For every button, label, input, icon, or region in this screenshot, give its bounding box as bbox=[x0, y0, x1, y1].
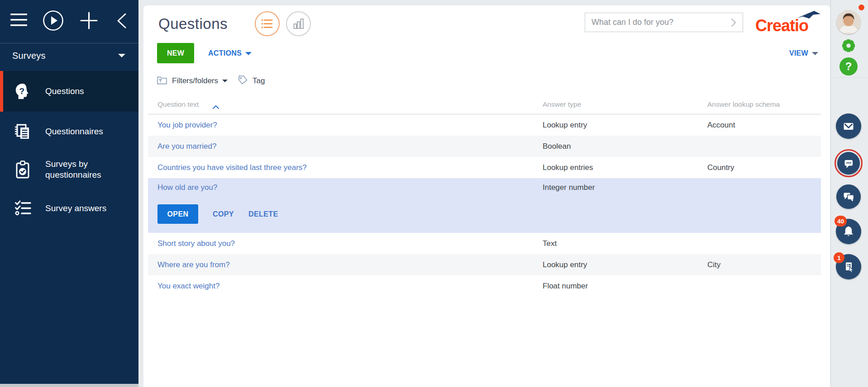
question-link[interactable]: Where are you from? bbox=[157, 254, 230, 275]
answer-type-cell: Lookup entry bbox=[543, 254, 587, 275]
question-link[interactable]: Short story about you? bbox=[157, 233, 235, 254]
collapse-sidebar-icon[interactable] bbox=[115, 13, 127, 31]
workspace-caret-down-icon[interactable] bbox=[118, 54, 125, 57]
notifications-badge: 40 bbox=[835, 216, 847, 227]
svg-text:?: ? bbox=[19, 86, 25, 96]
answer-type-cell: Text bbox=[543, 233, 557, 254]
open-button[interactable]: OPEN bbox=[157, 204, 198, 224]
question-link[interactable]: How old are you? bbox=[157, 182, 217, 193]
table-row-selected[interactable]: How old are you? Integer number OPEN COP… bbox=[148, 178, 821, 233]
sidebar-item-label: Surveys by questionnaires bbox=[45, 159, 129, 180]
documents-icon bbox=[13, 122, 33, 142]
workspace-selector-label[interactable]: Surveys bbox=[12, 51, 46, 61]
search-input[interactable] bbox=[585, 18, 725, 27]
delete-button[interactable]: DELETE bbox=[248, 210, 278, 218]
communication-panel: ? 40 bbox=[830, 0, 868, 387]
filter-bar: Filters/folders Tag bbox=[156, 74, 265, 88]
sidebar-item-questions[interactable]: ? Questions bbox=[0, 71, 138, 112]
clipboard-check-icon bbox=[13, 160, 33, 179]
run-process-icon[interactable] bbox=[43, 10, 64, 33]
table-row[interactable]: Are you married? Boolean bbox=[148, 136, 821, 157]
filters-folders-button[interactable]: Filters/folders bbox=[172, 76, 218, 85]
question-head-icon: ? bbox=[13, 81, 33, 101]
sidebar-item-questionnaires[interactable]: Questionnaires bbox=[0, 112, 138, 151]
table-row[interactable]: Short story about you? Text bbox=[148, 233, 821, 254]
table-row[interactable]: You exact weight? Float number bbox=[148, 275, 821, 297]
hamburger-menu-icon[interactable] bbox=[10, 14, 29, 29]
email-icon[interactable] bbox=[836, 113, 861, 139]
filters-folders-icon[interactable] bbox=[156, 74, 168, 88]
column-header-question-text[interactable]: Question text bbox=[157, 100, 199, 109]
column-header-answer-type[interactable]: Answer type bbox=[543, 100, 581, 109]
chat-active-ring[interactable] bbox=[835, 149, 863, 177]
filters-caret-down-icon[interactable] bbox=[222, 80, 228, 82]
column-header-answer-lookup-schema[interactable]: Answer lookup schema bbox=[707, 100, 780, 109]
copy-button[interactable]: COPY bbox=[213, 210, 234, 218]
actions-caret-down-icon bbox=[245, 52, 252, 55]
system-designer-gear-icon[interactable] bbox=[839, 36, 858, 56]
tag-button[interactable]: Tag bbox=[253, 76, 265, 85]
online-status-dot bbox=[858, 5, 864, 10]
checklist-icon bbox=[13, 198, 33, 218]
actions-button[interactable]: ACTIONS bbox=[208, 48, 252, 58]
table-row[interactable]: Countries you have visited last three ye… bbox=[148, 157, 821, 178]
page-title: Questions bbox=[158, 15, 228, 33]
help-icon[interactable]: ? bbox=[839, 57, 858, 76]
question-link[interactable]: Countries you have visited last three ye… bbox=[157, 157, 307, 178]
main-content-card: Questions bbox=[143, 5, 830, 387]
creatio-logo: Creatio bbox=[755, 12, 821, 35]
horizontal-scrollbar[interactable] bbox=[0, 384, 138, 387]
messenger-icon[interactable] bbox=[836, 184, 861, 209]
creatio-app: Surveys ? Questions Questionnai bbox=[0, 0, 868, 387]
sidebar-item-label: Questions bbox=[45, 86, 129, 97]
command-line bbox=[585, 13, 743, 32]
question-link[interactable]: You job provider? bbox=[157, 114, 217, 136]
lookup-schema-cell: Account bbox=[707, 114, 735, 136]
sidebar-item-surveys-by-questionnaires[interactable]: Surveys by questionnaires bbox=[0, 150, 138, 189]
view-caret-down-icon bbox=[812, 52, 818, 55]
sidebar-item-label: Survey answers bbox=[45, 203, 129, 214]
sidebar-divider bbox=[0, 43, 138, 43]
lookup-schema-cell: City bbox=[707, 254, 720, 275]
list-view-button[interactable] bbox=[255, 11, 280, 36]
answer-type-cell: Float number bbox=[543, 275, 588, 297]
answer-type-cell: Integer number bbox=[543, 182, 595, 193]
sidebar-item-label: Questionnaires bbox=[45, 126, 129, 137]
answer-type-cell: Boolean bbox=[543, 136, 571, 157]
analytics-view-button[interactable] bbox=[286, 11, 311, 36]
left-sidebar: Surveys ? Questions Questionnai bbox=[0, 0, 138, 387]
chat-icon[interactable] bbox=[837, 152, 860, 175]
search-submit-icon[interactable] bbox=[725, 13, 743, 32]
process-tasks-badge: 1 bbox=[834, 252, 844, 263]
row-actions: OPEN COPY DELETE bbox=[157, 204, 278, 224]
new-button[interactable]: NEW bbox=[157, 43, 194, 63]
question-link[interactable]: You exact weight? bbox=[157, 275, 219, 297]
lookup-schema-cell: Country bbox=[707, 157, 734, 178]
add-icon[interactable] bbox=[80, 12, 98, 31]
creatio-plane-icon bbox=[797, 11, 820, 21]
tag-icon[interactable] bbox=[237, 74, 248, 88]
table-row[interactable]: You job provider? Lookup entry Account bbox=[148, 114, 821, 136]
panel-divider bbox=[831, 77, 868, 78]
question-link[interactable]: Are you married? bbox=[157, 136, 216, 157]
answer-type-cell: Lookup entries bbox=[543, 157, 593, 178]
table-row[interactable]: Where are you from? Lookup entry City bbox=[148, 254, 821, 275]
sort-ascending-icon[interactable] bbox=[212, 103, 219, 111]
sidebar-item-survey-answers[interactable]: Survey answers bbox=[0, 191, 138, 226]
view-button[interactable]: VIEW bbox=[789, 48, 818, 58]
user-avatar[interactable] bbox=[836, 10, 861, 34]
answer-type-cell: Lookup entry bbox=[543, 114, 587, 136]
